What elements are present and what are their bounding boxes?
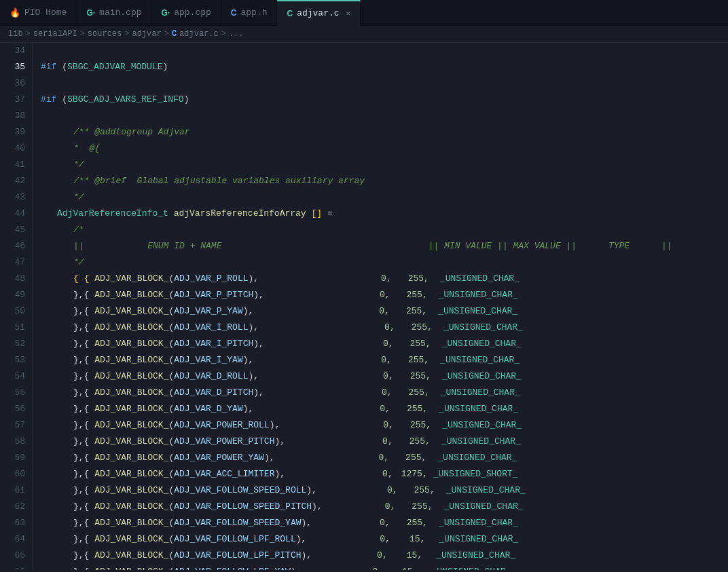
code-line-43: */ bbox=[41, 189, 728, 206]
breadcrumb-file[interactable]: adjvar.c bbox=[179, 29, 219, 39]
g-icon-app: G· bbox=[162, 8, 170, 18]
code-line-50: },{ ADJ_VAR_BLOCK_(ADJ_VAR_P_YAW), 0, 25… bbox=[41, 303, 728, 320]
code-line-44: AdjVarReferenceInfo_t adjVarsReferenceIn… bbox=[41, 206, 728, 222]
code-line-36 bbox=[41, 75, 728, 92]
sep2: > bbox=[80, 29, 85, 39]
ln-35: 35 bbox=[5, 59, 25, 75]
code-line-61: },{ ADJ_VAR_BLOCK_(ADJ_VAR_FOLLOW_SPEED_… bbox=[41, 482, 728, 499]
code-line-37: #if (SBGC_ADJ_VARS_REF_INFO) bbox=[41, 92, 728, 108]
code-line-48: { { ADJ_VAR_BLOCK_(ADJ_VAR_P_ROLL), 0, 2… bbox=[41, 271, 728, 287]
tab-label-adjvar-c: adjvar.c bbox=[297, 8, 339, 18]
ln-50: 50 bbox=[5, 303, 25, 320]
ln-37: 37 bbox=[5, 92, 25, 108]
code-line-59: },{ ADJ_VAR_BLOCK_(ADJ_VAR_POWER_YAW), 0… bbox=[41, 450, 728, 466]
ln-63: 63 bbox=[5, 515, 25, 531]
code-line-35: #if (SBGC_ADJVAR_MODULE) bbox=[41, 59, 728, 75]
code-line-64: },{ ADJ_VAR_BLOCK_(ADJ_VAR_FOLLOW_LPF_RO… bbox=[41, 531, 728, 548]
tab-adjvar-c[interactable]: C adjvar.c ✕ bbox=[277, 0, 361, 26]
breadcrumb-ellipsis: ... bbox=[229, 29, 244, 39]
ln-34: 34 bbox=[5, 43, 25, 59]
code-line-51: },{ ADJ_VAR_BLOCK_(ADJ_VAR_I_ROLL), 0, 2… bbox=[41, 320, 728, 336]
code-line-45: /* bbox=[41, 222, 728, 238]
code-line-63: },{ ADJ_VAR_BLOCK_(ADJ_VAR_FOLLOW_SPEED_… bbox=[41, 515, 728, 531]
tab-label-app-cpp: app.cpp bbox=[174, 7, 211, 18]
code-line-47: */ bbox=[41, 254, 728, 271]
code-line-41: */ bbox=[41, 157, 728, 173]
ln-40: 40 bbox=[5, 140, 25, 157]
tab-app-h[interactable]: C app.h bbox=[221, 0, 278, 26]
code-line-39: /** @addtogroup Adjvar bbox=[41, 124, 728, 140]
ln-56: 56 bbox=[5, 401, 25, 417]
sep3: > bbox=[124, 29, 129, 39]
ln-64: 64 bbox=[5, 531, 25, 548]
code-line-46: || ENUM ID + NAME || MIN VALUE || MAX VA… bbox=[41, 238, 728, 254]
ln-44: 44 bbox=[5, 206, 25, 222]
ln-58: 58 bbox=[5, 434, 25, 450]
sep4: > bbox=[164, 29, 169, 39]
breadcrumb-lib[interactable]: lib bbox=[8, 29, 23, 39]
tab-pio-home[interactable]: 🔥 PIO Home bbox=[0, 0, 77, 26]
code-line-56: },{ ADJ_VAR_BLOCK_(ADJ_VAR_D_YAW), 0, 25… bbox=[41, 401, 728, 417]
ln-59: 59 bbox=[5, 450, 25, 466]
tab-label-app-h: app.h bbox=[240, 7, 267, 18]
ln-51: 51 bbox=[5, 320, 25, 336]
sep5: > bbox=[221, 29, 226, 39]
code-line-55: },{ ADJ_VAR_BLOCK_(ADJ_VAR_D_PITCH), 0, … bbox=[41, 385, 728, 401]
ln-65: 65 bbox=[5, 548, 25, 564]
code-line-65: },{ ADJ_VAR_BLOCK_(ADJ_VAR_FOLLOW_LPF_PI… bbox=[41, 548, 728, 564]
ln-43: 43 bbox=[5, 189, 25, 206]
kw-if-35: #if bbox=[41, 59, 56, 75]
code-line-57: },{ ADJ_VAR_BLOCK_(ADJ_VAR_POWER_ROLL), … bbox=[41, 417, 728, 434]
ln-54: 54 bbox=[5, 368, 25, 385]
file-type-icon: C bbox=[172, 29, 177, 39]
ln-47: 47 bbox=[5, 254, 25, 271]
ln-66: 66 bbox=[5, 564, 25, 570]
ln-42: 42 bbox=[5, 173, 25, 189]
ln-38: 38 bbox=[5, 108, 25, 124]
ln-60: 60 bbox=[5, 466, 25, 482]
breadcrumb-serialapi[interactable]: serialAPI bbox=[33, 29, 77, 39]
g-icon-main: G· bbox=[86, 8, 95, 18]
code-line-62: },{ ADJ_VAR_BLOCK_(ADJ_VAR_FOLLOW_SPEED_… bbox=[41, 499, 728, 515]
code-line-52: },{ ADJ_VAR_BLOCK_(ADJ_VAR_I_PITCH), 0, … bbox=[41, 336, 728, 352]
code-line-58: },{ ADJ_VAR_BLOCK_(ADJ_VAR_POWER_PITCH),… bbox=[41, 434, 728, 450]
ln-49: 49 bbox=[5, 287, 25, 303]
code-line-40: * @{ bbox=[41, 140, 728, 157]
code-content[interactable]: #if (SBGC_ADJVAR_MODULE) #if (SBGC_ADJ_V… bbox=[33, 43, 728, 570]
code-line-53: },{ ADJ_VAR_BLOCK_(ADJ_VAR_I_YAW), 0, 25… bbox=[41, 352, 728, 368]
ln-57: 57 bbox=[5, 417, 25, 434]
tab-label-pio-home: PIO Home bbox=[24, 7, 67, 18]
code-line-42: /** @brief Global adjustable variables a… bbox=[41, 173, 728, 189]
pio-icon: 🔥 bbox=[10, 7, 20, 18]
ln-39: 39 bbox=[5, 124, 25, 140]
tab-main-cpp[interactable]: G· main.cpp bbox=[77, 0, 151, 26]
tab-app-cpp[interactable]: G· app.cpp bbox=[152, 0, 221, 26]
tab-bar: 🔥 PIO Home G· main.cpp G· app.cpp C app.… bbox=[0, 0, 728, 26]
tab-label-main-cpp: main.cpp bbox=[99, 7, 141, 18]
ln-48: 48 bbox=[5, 271, 25, 287]
close-tab-adjvar-c[interactable]: ✕ bbox=[346, 9, 351, 18]
ln-36: 36 bbox=[5, 75, 25, 92]
editor: 34 35 36 37 38 39 40 41 42 43 44 45 46 4… bbox=[0, 43, 728, 570]
ln-55: 55 bbox=[5, 385, 25, 401]
c-icon-adjvar: C bbox=[287, 9, 293, 18]
ln-46: 46 bbox=[5, 238, 25, 254]
code-line-34 bbox=[41, 43, 728, 59]
code-line-49: },{ ADJ_VAR_BLOCK_(ADJ_VAR_P_PITCH), 0, … bbox=[41, 287, 728, 303]
breadcrumb-adjvar[interactable]: adjvar bbox=[132, 29, 161, 39]
ln-41: 41 bbox=[5, 157, 25, 173]
code-line-66: },{ ADJ_VAR_BLOCK_(ADJ_VAR_FOLLOW_LPF_YA… bbox=[41, 564, 728, 570]
sep1: > bbox=[26, 29, 31, 39]
code-line-38 bbox=[41, 108, 728, 124]
ln-62: 62 bbox=[5, 499, 25, 515]
ln-52: 52 bbox=[5, 336, 25, 352]
breadcrumb-sources[interactable]: sources bbox=[88, 29, 122, 39]
c-icon-app-h: C bbox=[231, 8, 237, 18]
breadcrumb: lib > serialAPI > sources > adjvar > C a… bbox=[0, 26, 728, 43]
ln-45: 45 bbox=[5, 222, 25, 238]
code-line-54: },{ ADJ_VAR_BLOCK_(ADJ_VAR_D_ROLL), 0, 2… bbox=[41, 368, 728, 385]
code-line-60: },{ ADJ_VAR_BLOCK_(ADJ_VAR_ACC_LIMITER),… bbox=[41, 466, 728, 482]
line-numbers: 34 35 36 37 38 39 40 41 42 43 44 45 46 4… bbox=[0, 43, 33, 570]
ln-61: 61 bbox=[5, 482, 25, 499]
ln-53: 53 bbox=[5, 352, 25, 368]
